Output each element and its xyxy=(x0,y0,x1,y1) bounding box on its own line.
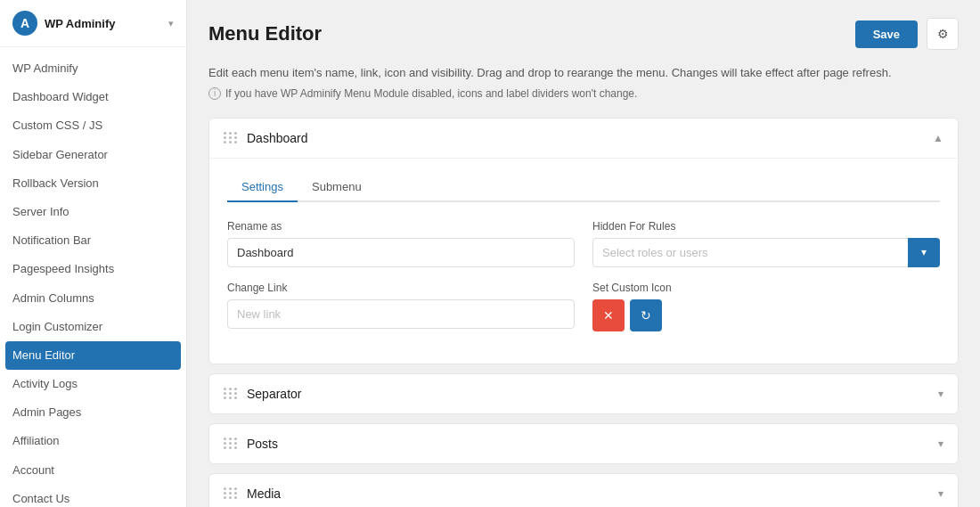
menu-card-body-dashboard: SettingsSubmenu Rename as Hidden For Rul… xyxy=(209,158,958,364)
logo-text: WP Adminify xyxy=(45,17,115,30)
sidebar-nav: WP AdminifyDashboard WidgetCustom CSS / … xyxy=(0,47,186,507)
change-link-group: Change Link xyxy=(227,282,575,331)
sidebar-item-pagespeed-insights[interactable]: Pagespeed Insights xyxy=(0,255,186,283)
custom-icon-label: Set Custom Icon xyxy=(592,282,940,294)
sidebar-item-sidebar-generator[interactable]: Sidebar Generator xyxy=(0,141,186,169)
drag-handle-separator[interactable] xyxy=(224,388,238,399)
sidebar-item-login-customizer[interactable]: Login Customizer xyxy=(0,313,186,341)
header-actions: Save ⚙ xyxy=(855,18,959,50)
rename-input[interactable] xyxy=(227,238,575,267)
logo-inner: A WP Adminify xyxy=(12,11,115,36)
page-header: Menu Editor Save ⚙ xyxy=(208,18,959,50)
chevron-down-icon: ▾ xyxy=(938,388,943,400)
tab-settings[interactable]: Settings xyxy=(227,173,298,202)
chevron-down-icon: ▾ xyxy=(168,18,174,29)
sidebar-item-notification-bar[interactable]: Notification Bar xyxy=(0,226,186,255)
drag-handle-posts[interactable] xyxy=(224,437,238,449)
hidden-for-group: Hidden For Rules Select roles or users ▾ xyxy=(592,220,940,267)
form-row-2: Change Link Set Custom Icon ✕ ↻ xyxy=(227,282,940,331)
menu-card-dashboard: Dashboard▲SettingsSubmenu Rename as Hidd… xyxy=(208,118,959,364)
info-icon: i xyxy=(208,87,221,100)
menu-card-header-left: Posts xyxy=(224,437,278,451)
tabs-dashboard: SettingsSubmenu xyxy=(227,173,940,202)
rename-label: Rename as xyxy=(227,220,575,233)
menu-item-name-posts: Posts xyxy=(247,437,278,451)
hidden-for-select-wrapper: Select roles or users ▾ xyxy=(592,238,940,267)
change-link-input[interactable] xyxy=(227,299,575,329)
hidden-for-label: Hidden For Rules xyxy=(592,220,940,233)
remove-icon-button[interactable]: ✕ xyxy=(592,299,625,331)
sidebar-item-wp-adminify[interactable]: WP Adminify xyxy=(0,54,186,83)
page-description: Edit each menu item's name, link, icon a… xyxy=(208,64,959,82)
sidebar-item-admin-pages[interactable]: Admin Pages xyxy=(0,398,186,427)
menu-card-header-separator[interactable]: Separator▾ xyxy=(209,374,958,413)
menu-item-name-separator: Separator xyxy=(247,387,301,401)
menu-card-header-posts[interactable]: Posts▾ xyxy=(209,424,958,463)
sidebar-item-server-info[interactable]: Server Info xyxy=(0,198,186,226)
refresh-icon-button[interactable]: ↻ xyxy=(630,299,662,331)
menu-item-name-media: Media xyxy=(247,487,281,501)
sidebar-item-account[interactable]: Account xyxy=(0,456,186,485)
sidebar-item-affiliation[interactable]: Affiliation xyxy=(0,427,186,455)
sidebar: A WP Adminify ▾ WP AdminifyDashboard Wid… xyxy=(0,0,187,507)
hidden-for-select[interactable]: Select roles or users xyxy=(592,238,940,267)
menu-card-posts: Posts▾ xyxy=(208,423,959,464)
menu-card-separator: Separator▾ xyxy=(208,373,959,414)
menu-card-header-left: Dashboard xyxy=(224,131,308,145)
sidebar-item-dashboard-widget[interactable]: Dashboard Widget xyxy=(0,83,186,111)
sidebar-item-activity-logs[interactable]: Activity Logs xyxy=(0,370,186,398)
sidebar-item-custom-css-js[interactable]: Custom CSS / JS xyxy=(0,111,186,140)
chevron-up-icon: ▲ xyxy=(933,132,943,144)
sidebar-item-rollback-version[interactable]: Rollback Version xyxy=(0,169,186,198)
chevron-down-icon: ▾ xyxy=(938,437,943,450)
icon-buttons: ✕ ↻ xyxy=(592,299,940,331)
menu-card-media: Media▾ xyxy=(208,473,959,508)
rename-group: Rename as xyxy=(227,220,575,267)
menu-card-header-left: Media xyxy=(224,487,281,501)
drag-handle-dashboard[interactable] xyxy=(224,132,238,143)
custom-icon-group: Set Custom Icon ✕ ↻ xyxy=(592,282,940,331)
sidebar-logo[interactable]: A WP Adminify ▾ xyxy=(0,0,186,47)
page-title: Menu Editor xyxy=(208,22,322,45)
info-note: i If you have WP Adminify Menu Module di… xyxy=(208,87,959,100)
drag-handle-media[interactable] xyxy=(224,487,238,499)
save-button[interactable]: Save xyxy=(855,20,918,48)
info-note-text: If you have WP Adminify Menu Module disa… xyxy=(225,87,637,100)
sidebar-item-admin-columns[interactable]: Admin Columns xyxy=(0,284,186,313)
menu-item-name-dashboard: Dashboard xyxy=(247,131,308,145)
sidebar-item-contact-us[interactable]: Contact Us xyxy=(0,485,186,507)
menu-card-header-media[interactable]: Media▾ xyxy=(209,474,958,508)
logo-icon: A xyxy=(12,11,37,36)
change-link-label: Change Link xyxy=(227,282,575,294)
settings-button[interactable]: ⚙ xyxy=(927,18,959,50)
chevron-down-icon: ▾ xyxy=(938,487,943,500)
menu-card-header-left: Separator xyxy=(224,387,301,401)
form-row-1: Rename as Hidden For Rules Select roles … xyxy=(227,220,940,267)
tab-submenu[interactable]: Submenu xyxy=(298,173,376,202)
main-content: Menu Editor Save ⚙ Edit each menu item's… xyxy=(187,0,980,507)
menu-card-header-dashboard[interactable]: Dashboard▲ xyxy=(209,119,958,158)
sidebar-item-menu-editor[interactable]: Menu Editor xyxy=(5,341,181,370)
menu-items-container: Dashboard▲SettingsSubmenu Rename as Hidd… xyxy=(208,118,959,508)
